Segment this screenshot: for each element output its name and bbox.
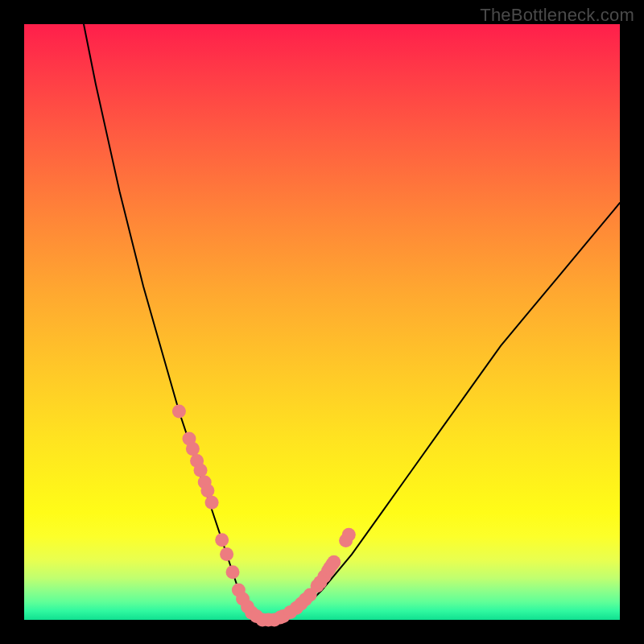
- sample-point: [194, 464, 208, 477]
- chart-svg: [24, 24, 620, 620]
- sample-point: [172, 405, 186, 419]
- sample-point: [200, 484, 214, 497]
- sample-point: [327, 555, 341, 569]
- sample-point: [186, 442, 200, 456]
- watermark-text: TheBottleneck.com: [480, 5, 634, 26]
- sample-points-group: [172, 405, 356, 627]
- sample-point: [226, 565, 240, 579]
- sample-point: [220, 547, 233, 561]
- chart-area: [24, 24, 620, 620]
- sample-point: [205, 496, 219, 510]
- sample-point: [342, 528, 356, 542]
- sample-point: [215, 533, 229, 547]
